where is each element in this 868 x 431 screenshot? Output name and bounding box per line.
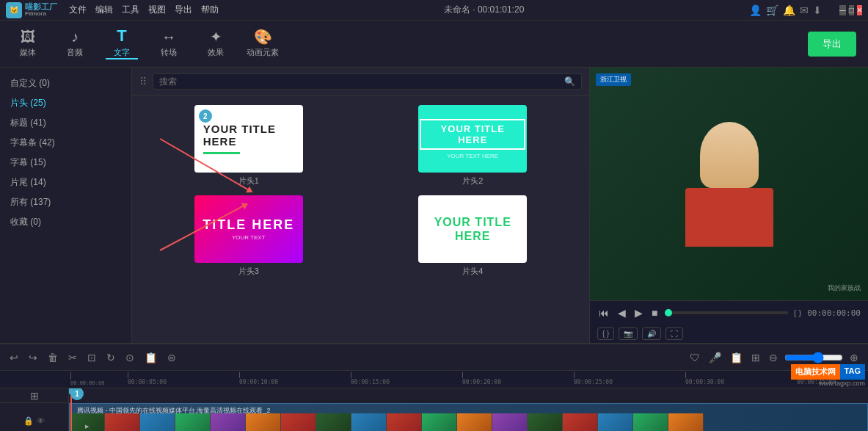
zoom-out-button[interactable]: ⊖ [767, 349, 780, 366]
preview-controls: ⏮ ◀ ▶ ■ { } 00:00:00:00 [590, 300, 868, 325]
mic-button[interactable]: 🎤 [707, 349, 723, 366]
template-badge-1: 2 [199, 109, 212, 123]
template-thumb-2: YOUR TITLE HERE YOUR TEXT HERE [418, 105, 527, 173]
content-toolbar: ⠿ 🔍 [132, 68, 589, 96]
left-item-favorites[interactable]: 收藏 (0) [0, 212, 131, 232]
left-item-title[interactable]: 标题 (41) [0, 113, 131, 133]
cut-button[interactable]: ✂ [66, 349, 79, 366]
template-item-3[interactable]: TITLE HERE YOUR TEXT 片头3 [141, 195, 357, 277]
transition-icon: ↔ [161, 29, 176, 44]
toolbar-effects[interactable]: ✦ 效果 [200, 29, 232, 58]
ruler-mark-5: 00:00:05:00 [128, 372, 186, 386]
video-thumb-8 [316, 413, 351, 432]
adjust-button[interactable]: ⊜ [165, 349, 178, 366]
preview-panel: 浙江卫视 我的家族战 ⏮ ◀ ▶ ■ { } [589, 68, 868, 343]
watermark-badge: 电脑技术网 TAG [791, 364, 865, 380]
video-thumb-3 [140, 413, 175, 432]
content-panel: ⠿ 🔍 2 YOUR TITLEHERE 片头1 [132, 68, 589, 343]
cart-icon[interactable]: 🛒 [766, 4, 778, 16]
video-thumb-6 [246, 413, 281, 432]
template-title-4: YOUR TITLEHERE [434, 215, 511, 243]
redo-button[interactable]: ↪ [26, 349, 40, 366]
play-back-button[interactable]: ◀ [616, 305, 627, 320]
toolbar-audio[interactable]: ♪ 音频 [59, 29, 91, 58]
preview-bracket-button[interactable]: { } [597, 327, 614, 340]
templates-grid: 2 YOUR TITLEHERE 片头1 YOUR TITLE HERE YOU… [132, 96, 589, 286]
animate-label: 动画元素 [247, 47, 279, 58]
menu-tools[interactable]: 工具 [122, 4, 139, 16]
stop-button[interactable]: ■ [650, 305, 659, 320]
template-sub-3: YOUR TEXT [232, 234, 266, 241]
preview-camera-button[interactable]: 📷 [619, 327, 638, 340]
left-item-header[interactable]: 片头 (25) [0, 93, 131, 113]
video-thumb-9 [351, 413, 387, 432]
template-thumb-1: 2 YOUR TITLEHERE [194, 105, 303, 173]
tl-right-controls: 🛡 🎤 📋 ⊞ ⊖ ⊕ [688, 349, 861, 366]
effects-label: 效果 [208, 47, 224, 58]
user-icon[interactable]: 👤 [749, 4, 762, 16]
crop-button[interactable]: ⊡ [85, 349, 98, 366]
video-clip[interactable]: 腾讯视频 - 中国领先的在线视频媒体平台,海量高清视频在线观看_2 ▶ [69, 403, 868, 431]
timeline-copy-button[interactable]: 📋 [728, 349, 745, 366]
eye-icon[interactable]: 👁 [37, 416, 45, 426]
video-logo: 浙江卫视 [596, 73, 631, 86]
video-placeholder: 浙江卫视 我的家族战 [590, 68, 868, 300]
tracks-content: 1 腾讯视频 - 中国领先的在线视频媒体平台,海量高清视频在线观看_2 ▶ [69, 388, 868, 431]
close-button[interactable]: × [857, 5, 862, 15]
menu-edit[interactable]: 编辑 [95, 4, 113, 16]
search-box[interactable]: 🔍 [153, 73, 582, 90]
track-header-video: 🔒 👁 [0, 403, 68, 431]
timeline-area: ↩ ↪ 🗑 ✂ ⊡ ↻ ⊙ 📋 ⊜ 🛡 🎤 📋 ⊞ ⊖ ⊕ [0, 343, 868, 431]
toolbar-transition[interactable]: ↔ 转场 [153, 29, 185, 58]
left-item-subtitle-bar[interactable]: 字幕条 (42) [0, 133, 131, 153]
rotate-button[interactable]: ↻ [104, 349, 117, 366]
menu-file[interactable]: 文件 [69, 4, 87, 16]
template-title-1: YOUR TITLEHERE [203, 123, 294, 148]
watermark-blue: TAG [840, 364, 865, 380]
undo-button[interactable]: ↩ [7, 349, 21, 366]
skip-back-button[interactable]: ⏮ [597, 305, 610, 320]
template-item-2[interactable]: YOUR TITLE HERE YOUR TEXT HERE 片头2 [365, 105, 581, 186]
ruler-mark-15: 00:00:15:00 [351, 372, 409, 386]
export-button[interactable]: 导出 [808, 32, 856, 57]
user-controls: 👤 🛒 🔔 ✉ ⬇ [749, 4, 822, 16]
menu-view[interactable]: 视图 [148, 4, 166, 16]
add-track-icon[interactable]: ⊞ [30, 390, 39, 402]
template-label-2: 片头2 [462, 175, 483, 186]
text-icon: T [117, 28, 126, 44]
shield-button[interactable]: 🛡 [688, 349, 702, 366]
bell-icon[interactable]: 🔔 [783, 4, 795, 16]
add-button[interactable]: ⊞ [749, 349, 762, 366]
minimize-button[interactable]: ─ [839, 5, 846, 15]
search-input[interactable] [159, 76, 561, 87]
zoom-slider[interactable] [784, 352, 843, 363]
timeline-ruler: 00:00:00:00 00:00:05:00 00:00:10:00 00:0… [0, 371, 868, 388]
toolbar-text[interactable]: T 文字 [106, 28, 138, 59]
zoom-in-button[interactable]: ⊕ [847, 349, 861, 366]
mail-icon[interactable]: ✉ [800, 4, 809, 16]
play-button[interactable]: ▶ [633, 305, 644, 320]
audio-label: 音频 [67, 47, 83, 58]
menu-export[interactable]: 导出 [175, 4, 192, 16]
download-icon[interactable]: ⬇ [813, 4, 822, 16]
watermark-url: www.tagxp.com [819, 380, 865, 387]
site-watermark: 电脑技术网 TAG www.tagxp.com [791, 364, 865, 387]
maximize-button[interactable]: □ [849, 5, 854, 15]
copy-button[interactable]: 📋 [142, 349, 159, 366]
left-item-end[interactable]: 片尾 (14) [0, 173, 131, 192]
main-area: 自定义 (0) 片头 (25) 标题 (41) 字幕条 (42) 字幕 (15)… [0, 68, 868, 343]
delete-button[interactable]: 🗑 [45, 349, 60, 366]
progress-bar[interactable] [665, 311, 787, 314]
record-button[interactable]: ⊙ [123, 349, 136, 366]
preview-audio-button[interactable]: 🔊 [642, 327, 661, 340]
left-item-subtitle[interactable]: 字幕 (15) [0, 153, 131, 173]
preview-fullscreen-button[interactable]: ⛶ [665, 327, 683, 340]
menu-help[interactable]: 帮助 [201, 4, 219, 16]
template-item-4[interactable]: YOUR TITLEHERE 片头4 [365, 195, 581, 277]
toolbar-media[interactable]: 🖼 媒体 [12, 29, 44, 58]
lock-icon[interactable]: 🔒 [23, 416, 34, 426]
app-logo: 🐱 喵影工厂 Filmora [6, 2, 57, 18]
left-item-custom[interactable]: 自定义 (0) [0, 73, 131, 93]
left-item-all[interactable]: 所有 (137) [0, 192, 131, 212]
toolbar-animate[interactable]: 🎨 动画元素 [247, 29, 279, 58]
